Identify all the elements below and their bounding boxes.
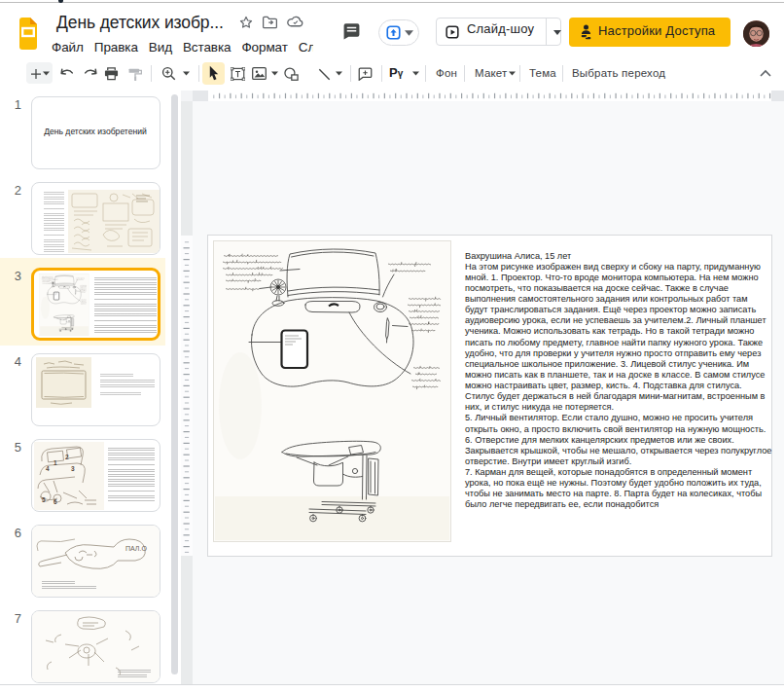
svg-text:6: 6 [53, 498, 57, 505]
svg-text:2: 2 [65, 454, 69, 460]
svg-text:5: 5 [42, 496, 46, 503]
svg-text:1: 1 [53, 459, 57, 466]
svg-text:4: 4 [46, 465, 50, 472]
svg-text:3: 3 [71, 465, 75, 472]
svg-text:ПАЛ.О: ПАЛ.О [125, 545, 147, 552]
